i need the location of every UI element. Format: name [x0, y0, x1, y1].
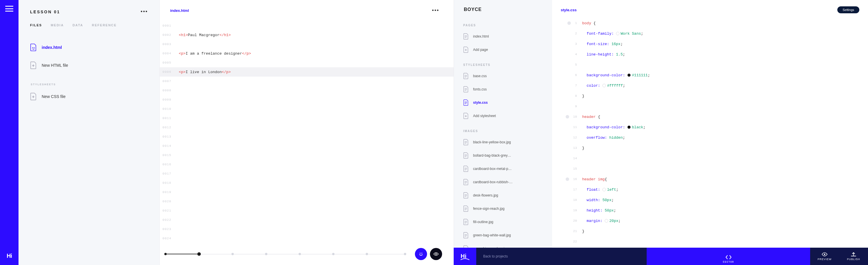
css-line[interactable]: 9 [552, 101, 868, 111]
tab-media[interactable]: MEDIA [51, 24, 64, 27]
sidebar-item[interactable]: base.css [460, 69, 546, 82]
line-number: 0019 [160, 191, 179, 194]
html-code-editor[interactable]: 00010002<h1>Paul Macgregor</h1>00030004<… [160, 15, 454, 243]
editor-line[interactable]: 0006<p>I live in London</p> [160, 67, 454, 76]
nav-rail: Hi [0, 0, 19, 265]
file-item-index[interactable]: index.html [27, 38, 151, 56]
editor-line[interactable]: 0001 [160, 21, 454, 30]
editor-line[interactable]: 0005 [160, 58, 454, 67]
css-line[interactable]: 8} [552, 91, 868, 101]
css-line[interactable]: 21} [552, 226, 868, 236]
sidebar-item[interactable]: fonts.css [460, 82, 546, 96]
css-line[interactable]: 7 color: #ffffff; [552, 80, 868, 91]
editor-more-icon[interactable]: ••• [432, 7, 439, 13]
sidebar-item[interactable]: green-bag-white-wall.jpg [460, 229, 546, 242]
editor-line[interactable]: 0019 [160, 188, 454, 197]
sidebar-item[interactable]: fence-sign-reach.jpg [460, 202, 546, 215]
sidebar-item-label: desk-flowers.jpg [473, 193, 498, 197]
editor-line[interactable]: 0024 [160, 234, 454, 243]
editor-line[interactable]: 0007 [160, 76, 454, 86]
footer-publish-button[interactable]: PUBLISH [839, 248, 868, 265]
more-icon[interactable]: ••• [141, 9, 148, 15]
sidebar-item[interactable]: cardboard-box-rubbish-… [460, 175, 546, 189]
css-line[interactable]: 12 overflow: hidden; [552, 132, 868, 143]
app-logo[interactable]: Hi [7, 253, 12, 259]
menu-icon[interactable] [5, 6, 13, 11]
css-line[interactable]: 17 float: left; [552, 185, 868, 195]
gutter: 1 [552, 22, 582, 25]
footer-preview-button[interactable]: PREVIEW [810, 248, 839, 265]
css-line[interactable]: 10header { [552, 111, 868, 122]
css-line[interactable]: 3 font-size: 16px; [552, 39, 868, 49]
fold-icon[interactable] [567, 22, 571, 25]
css-line[interactable]: 13} [552, 143, 868, 153]
preview-button[interactable] [430, 248, 442, 260]
editor-line[interactable]: 0004<p>I am a freelance designer</p> [160, 49, 454, 58]
css-line[interactable]: 15 [552, 164, 868, 174]
footer-editor-button[interactable]: EDITOR [647, 248, 810, 265]
editor-line[interactable]: 0009 [160, 95, 454, 104]
css-line[interactable]: 11 background-color: black; [552, 122, 868, 132]
new-html-file[interactable]: New HTML file [27, 56, 151, 74]
gutter: 8 [552, 94, 582, 98]
line-content: <p>I am a freelance designer</p> [179, 52, 251, 56]
sidebar-item[interactable]: index.html [460, 30, 546, 43]
css-line[interactable]: 14 [552, 153, 868, 164]
fold-icon[interactable] [566, 177, 569, 181]
sidebar-item[interactable]: green-bin-grey-bag.jpg [460, 242, 546, 248]
sidebar-item[interactable]: style.css [460, 96, 546, 109]
sidebar-item[interactable]: black-line-yellow-box.jpg [460, 136, 546, 149]
editor-line[interactable]: 0012 [160, 123, 454, 132]
lesson-progress[interactable] [165, 248, 405, 260]
css-line[interactable]: 19 height: 50px; [552, 205, 868, 216]
editor-line[interactable]: 0018 [160, 178, 454, 188]
css-line[interactable]: 2 font-family: Work Sans; [552, 28, 868, 39]
back-to-projects[interactable]: Back to projects [476, 248, 647, 265]
line-number: 0015 [160, 154, 179, 157]
editor-line[interactable]: 0021 [160, 206, 454, 215]
editor-line[interactable]: 0022 [160, 215, 454, 225]
editor-line[interactable]: 0023 [160, 225, 454, 234]
editor-line[interactable]: 0011 [160, 113, 454, 123]
css-line[interactable]: 4 line-height: 1.5; [552, 49, 868, 60]
editor-line[interactable]: 0015 [160, 151, 454, 160]
tab-files[interactable]: FILES [30, 24, 42, 27]
css-line[interactable]: 16header img{ [552, 174, 868, 185]
new-css-file[interactable]: New CSS file [27, 88, 151, 105]
gutter: 4 [552, 53, 582, 56]
gutter: 9 [552, 105, 582, 108]
css-line-content: margin: 20px; [582, 219, 621, 223]
editor-line[interactable]: 0002<h1>Paul Macgregor</h1> [160, 30, 454, 40]
editor-line[interactable]: 0017 [160, 169, 454, 178]
sidebar-item[interactable]: bollard-bag-black-grey… [460, 149, 546, 162]
editor-line[interactable]: 0020 [160, 197, 454, 206]
css-line[interactable]: 5 [552, 60, 868, 70]
css-line[interactable]: 1body { [552, 18, 868, 28]
css-line-content: line-height: 1.5; [582, 52, 625, 57]
css-code-editor[interactable]: 1body {2 font-family: Work Sans;3 font-s… [552, 16, 868, 247]
editor-line[interactable]: 0008 [160, 86, 454, 95]
tab-data[interactable]: DATA [73, 24, 83, 27]
sidebar-item[interactable]: Add stylesheet [460, 109, 546, 123]
fold-icon[interactable] [566, 115, 569, 119]
css-line[interactable]: 22 [552, 236, 868, 247]
sidebar-item[interactable]: Add page [460, 43, 546, 56]
file-item-label: New HTML file [42, 63, 68, 68]
css-line[interactable]: 18 width: 50px; [552, 195, 868, 205]
sidebar-item[interactable]: fill-outline.jpg [460, 215, 546, 229]
settings-button[interactable]: Settings [837, 6, 859, 13]
sidebar-item[interactable]: cardboard-box-metal-p… [460, 162, 546, 175]
css-line[interactable]: 20 margin: 20px; [552, 216, 868, 226]
footer-logo[interactable]: Hi [454, 248, 476, 265]
css-line[interactable]: 6 background-color: #111111; [552, 70, 868, 80]
tab-reference[interactable]: REFERENCE [92, 24, 117, 27]
editor-line[interactable]: 0003 [160, 40, 454, 49]
sidebar-item[interactable]: desk-flowers.jpg [460, 189, 546, 202]
feedback-button[interactable] [415, 248, 427, 260]
line-number: 0012 [160, 126, 179, 129]
sidebar-section-label: STYLESHEETS [460, 56, 546, 69]
editor-line[interactable]: 0014 [160, 141, 454, 151]
editor-line[interactable]: 0010 [160, 104, 454, 113]
editor-line[interactable]: 0016 [160, 160, 454, 169]
editor-line[interactable]: 0013 [160, 132, 454, 141]
